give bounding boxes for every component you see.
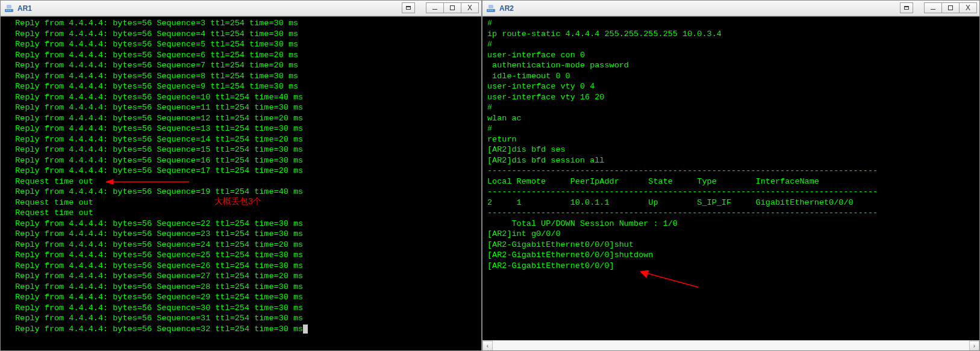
terminal-line: Local Remote PeerIpAddr State Type Inter…: [487, 176, 979, 187]
terminal-line: Reply from 4.4.4.4: bytes=56 Sequence=23…: [5, 229, 481, 240]
terminal-line: idle-timeout 0 0: [487, 71, 979, 82]
dock-button[interactable]: [900, 2, 913, 13]
app-icon: [486, 4, 496, 13]
terminal-line: Reply from 4.4.4.4: bytes=56 Sequence=31…: [5, 313, 481, 324]
terminal-line: Reply from 4.4.4.4: bytes=56 Sequence=26…: [5, 261, 481, 272]
terminal-line: Reply from 4.4.4.4: bytes=56 Sequence=4 …: [5, 29, 481, 40]
terminal-line: Reply from 4.4.4.4: bytes=56 Sequence=9 …: [5, 81, 481, 92]
terminal-line: Reply from 4.4.4.4: bytes=56 Sequence=17…: [5, 166, 481, 176]
terminal-line: authentication-mode password: [487, 60, 979, 71]
terminal-line: 2 1 10.0.1.1 Up S_IP_IF GigabitEthernet0…: [487, 197, 979, 208]
terminal-line: Reply from 4.4.4.4: bytes=56 Sequence=12…: [5, 113, 481, 124]
svg-line-6: [645, 273, 698, 287]
terminal-line: Reply from 4.4.4.4: bytes=56 Sequence=14…: [5, 134, 481, 145]
window-title: AR1: [17, 4, 426, 13]
terminal-line: ----------------------------------------…: [487, 187, 979, 197]
terminal-line: Reply from 4.4.4.4: bytes=56 Sequence=30…: [5, 303, 481, 314]
window-title: AR2: [499, 4, 925, 13]
terminal-line: #: [487, 123, 979, 134]
window-controls: X: [925, 2, 977, 14]
svg-rect-1: [7, 5, 11, 8]
terminal-line: [AR2]dis bfd ses: [487, 144, 979, 155]
terminal-line: [AR2]int g0/0/0: [487, 229, 979, 240]
scrollbar-track[interactable]: [493, 341, 969, 351]
window-controls: X: [426, 2, 479, 14]
terminal-line: Reply from 4.4.4.4: bytes=56 Sequence=5 …: [5, 39, 481, 50]
titlebar-ar1[interactable]: AR1 X: [1, 1, 481, 16]
horizontal-scrollbar[interactable]: ‹ ›: [482, 340, 979, 350]
scroll-left-button[interactable]: ‹: [482, 341, 493, 351]
terminal-line: [AR2]dis bfd session all: [487, 155, 979, 166]
app-icon: [4, 4, 14, 13]
terminal-line: Reply from 4.4.4.4: bytes=56 Sequence=25…: [5, 250, 481, 261]
svg-rect-5: [488, 5, 493, 8]
close-button[interactable]: X: [461, 2, 479, 13]
terminal-line: ----------------------------------------…: [487, 208, 979, 219]
window-ar1: AR1 X Reply from 4.4.4.4: bytes=56 Seque…: [0, 0, 482, 351]
dock-button[interactable]: [402, 2, 415, 13]
terminal-line: Request time out: [5, 176, 481, 187]
terminal-line: #: [487, 39, 979, 50]
terminal-line: Request time out: [5, 197, 481, 208]
terminal-line: Reply from 4.4.4.4: bytes=56 Sequence=24…: [5, 240, 481, 250]
terminal-ar1[interactable]: Reply from 4.4.4.4: bytes=56 Sequence=3 …: [1, 16, 481, 350]
terminal-line: user-interface vty 0 4: [487, 81, 979, 92]
annotation-arrow-icon: [639, 270, 699, 288]
terminal-line: wlan ac: [487, 113, 979, 124]
terminal-line: [AR2-GigabitEthernet0/0/0]shutdown: [487, 250, 979, 261]
terminal-line: [AR2-GigabitEthernet0/0/0]shut: [487, 240, 979, 250]
terminal-line: user-interface vty 16 20: [487, 92, 979, 103]
terminal-line: Reply from 4.4.4.4: bytes=56 Sequence=29…: [5, 292, 481, 303]
terminal-line: Reply from 4.4.4.4: bytes=56 Sequence=13…: [5, 123, 481, 134]
titlebar-ar2[interactable]: AR2 X: [482, 1, 979, 16]
terminal-line: #: [487, 18, 979, 29]
terminal-ar2[interactable]: #ip route-static 4.4.4.4 255.255.255.255…: [482, 16, 979, 350]
cursor: [303, 325, 308, 334]
terminal-line: Reply from 4.4.4.4: bytes=56 Sequence=7 …: [5, 60, 481, 71]
terminal-line: Reply from 4.4.4.4: bytes=56 Sequence=3 …: [5, 18, 481, 29]
terminal-line: Reply from 4.4.4.4: bytes=56 Sequence=27…: [5, 271, 481, 282]
terminal-line: ----------------------------------------…: [487, 166, 979, 176]
maximize-button[interactable]: [443, 2, 461, 13]
terminal-line: user-interface con 0: [487, 50, 979, 61]
close-button[interactable]: X: [959, 2, 977, 13]
scroll-right-button[interactable]: ›: [969, 341, 979, 351]
terminal-line: Reply from 4.4.4.4: bytes=56 Sequence=10…: [5, 92, 481, 103]
terminal-line: Reply from 4.4.4.4: bytes=56 Sequence=11…: [5, 102, 481, 113]
window-ar2: AR2 X #ip route-static 4.4.4.4 255.255.2…: [482, 0, 980, 351]
terminal-line: Reply from 4.4.4.4: bytes=56 Sequence=22…: [5, 219, 481, 229]
terminal-line: #: [487, 102, 979, 113]
terminal-line: Reply from 4.4.4.4: bytes=56 Sequence=8 …: [5, 71, 481, 82]
terminal-line: Reply from 4.4.4.4: bytes=56 Sequence=19…: [5, 187, 481, 197]
terminal-line: Reply from 4.4.4.4: bytes=56 Sequence=16…: [5, 155, 481, 166]
maximize-button[interactable]: [941, 2, 960, 13]
minimize-button[interactable]: [426, 2, 444, 13]
terminal-line: Reply from 4.4.4.4: bytes=56 Sequence=6 …: [5, 50, 481, 61]
terminal-line: Total UP/DOWN Session Number : 1/0: [487, 219, 979, 229]
minimize-button[interactable]: [924, 2, 942, 13]
terminal-line: return: [487, 134, 979, 145]
terminal-line: [AR2-GigabitEthernet0/0/0]: [487, 261, 979, 272]
terminal-line: Reply from 4.4.4.4: bytes=56 Sequence=32…: [5, 324, 481, 335]
terminal-line: Reply from 4.4.4.4: bytes=56 Sequence=28…: [5, 282, 481, 293]
terminal-line: ip route-static 4.4.4.4 255.255.255.255 …: [487, 29, 979, 40]
terminal-line: Reply from 4.4.4.4: bytes=56 Sequence=15…: [5, 144, 481, 155]
terminal-line: Request time out: [5, 208, 481, 219]
